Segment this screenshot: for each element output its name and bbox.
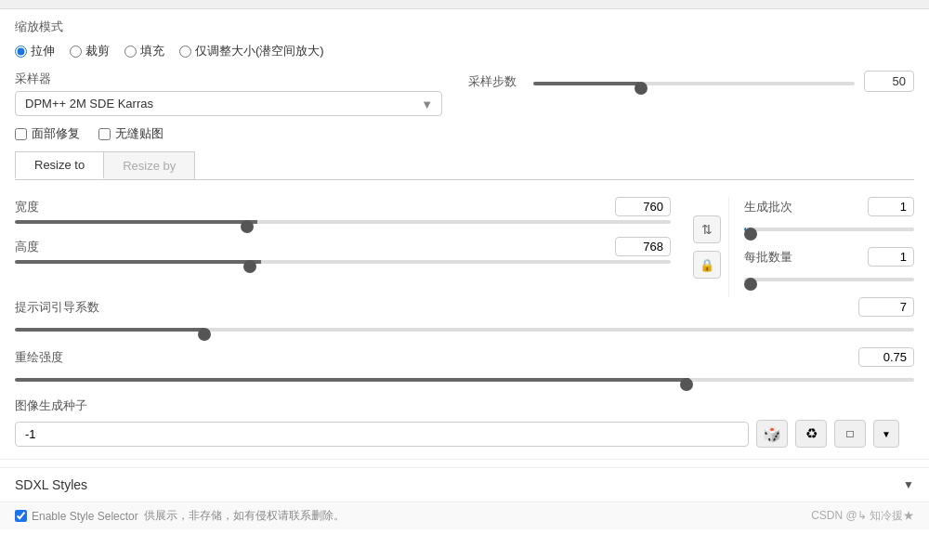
steps-value: 50 xyxy=(864,71,914,92)
scaling-mode-radio-group: 拉伸 裁剪 填充 仅调整大小(潜空间放大) xyxy=(15,43,914,59)
bottom-bar: Enable Style Selector 供展示，非存储，如有侵权请联系删除。… xyxy=(0,501,929,529)
batch-count-value[interactable] xyxy=(868,197,914,216)
radio-fill-input[interactable] xyxy=(124,46,137,58)
main-container: 缩放模式 拉伸 裁剪 填充 仅调整大小(潜空间放大) 采样器 xyxy=(0,0,929,560)
radio-resize-only-label: 仅调整大小(潜空间放大) xyxy=(195,43,324,59)
denoising-header: 重绘强度 xyxy=(15,347,914,367)
extra-seed-button[interactable]: □ xyxy=(834,420,866,448)
radio-resize-only[interactable]: 仅调整大小(潜空间放大) xyxy=(179,43,324,59)
left-panel: 宽度 高度 xyxy=(15,197,686,297)
seed-row: 🎲 ♻ □ ▼ xyxy=(15,420,914,448)
tab-resize-by[interactable]: Resize by xyxy=(103,151,195,179)
batch-size-value[interactable] xyxy=(868,247,914,267)
height-label: 高度 xyxy=(15,239,39,255)
cfg-scale-header: 提示词引导系数 xyxy=(15,297,914,317)
seamless-tiling-checkbox[interactable]: 无缝贴图 xyxy=(98,125,164,142)
width-slider[interactable] xyxy=(15,220,671,224)
swap-button[interactable]: ⇅ xyxy=(693,215,721,243)
face-restoration-checkbox[interactable]: 面部修复 xyxy=(15,125,80,142)
radio-stretch-label: 拉伸 xyxy=(31,43,55,59)
steps-label: 采样步数 xyxy=(468,73,517,90)
denoising-label: 重绘强度 xyxy=(15,349,63,366)
radio-crop-label: 裁剪 xyxy=(85,43,110,59)
height-slider-row xyxy=(15,260,671,264)
denoising-value[interactable] xyxy=(858,347,914,367)
batch-count-slider[interactable] xyxy=(744,228,914,231)
sdxl-chevron-icon: ▼ xyxy=(903,478,914,491)
radio-fill-label: 填充 xyxy=(140,43,164,59)
width-slider-row xyxy=(15,220,671,224)
main-area: 宽度 高度 ⇅ xyxy=(0,197,929,297)
cfg-scale-value[interactable] xyxy=(858,297,914,317)
resize-tabs: Resize to Resize by xyxy=(15,151,914,180)
batch-size-header: 每批数量 xyxy=(744,247,914,267)
width-field: 宽度 xyxy=(15,197,671,224)
right-panel: 生成批次 每批数量 xyxy=(728,197,914,297)
batch-size-slider[interactable] xyxy=(744,278,914,281)
radio-fill[interactable]: 填充 xyxy=(124,43,164,59)
denoising-field: 重绘强度 xyxy=(0,347,929,384)
denoising-slider[interactable] xyxy=(15,378,914,382)
checkbox-row: 面部修复 无缝贴图 xyxy=(15,125,914,142)
recycle-button[interactable]: ♻ xyxy=(795,420,827,448)
scaling-mode-label: 缩放模式 xyxy=(15,19,914,35)
divider xyxy=(0,459,929,460)
lock-aspect-button[interactable]: 🔒 xyxy=(693,251,721,279)
seed-chevron-icon: ▼ xyxy=(882,429,891,439)
width-header: 宽度 xyxy=(15,197,671,216)
dice-icon: 🎲 xyxy=(763,425,781,443)
tab-resize-to[interactable]: Resize to xyxy=(15,151,104,179)
radio-stretch-input[interactable] xyxy=(15,46,27,58)
batch-count-header: 生成批次 xyxy=(744,197,914,216)
cfg-scale-field: 提示词引导系数 xyxy=(0,297,929,334)
seed-dropdown-button[interactable]: ▼ xyxy=(873,420,899,448)
copyright-text: CSDN @↳ 知冷援★ xyxy=(811,508,914,524)
swap-lock-col: ⇅ 🔒 xyxy=(686,197,728,297)
steps-col: 采样步数 50 xyxy=(468,71,914,92)
width-value[interactable] xyxy=(615,197,671,216)
sampler-steps-row: 采样器 DPM++ 2M SDE Karras Euler a Euler DP… xyxy=(15,71,914,116)
sdxl-label: SDXL Styles xyxy=(15,477,87,492)
cfg-scale-slider[interactable] xyxy=(15,328,914,332)
enable-style-selector-label[interactable]: Enable Style Selector xyxy=(15,510,138,523)
bottom-description: 供展示，非存储，如有侵权请联系删除。 xyxy=(144,508,345,524)
enable-style-selector-checkbox[interactable] xyxy=(15,510,27,522)
recycle-icon: ♻ xyxy=(805,425,818,442)
top-scrollbar[interactable] xyxy=(0,0,929,9)
extra-icon: □ xyxy=(846,427,853,440)
face-restoration-input[interactable] xyxy=(15,128,27,140)
sdxl-styles-row[interactable]: SDXL Styles ▼ xyxy=(0,467,929,501)
batch-count-label: 生成批次 xyxy=(744,199,792,215)
dice-button[interactable]: 🎲 xyxy=(756,420,788,448)
seed-input[interactable] xyxy=(15,422,749,447)
steps-slider-wrap xyxy=(533,74,855,88)
height-slider[interactable] xyxy=(15,260,671,264)
batch-count-field: 生成批次 xyxy=(744,197,914,234)
bottom-left: Enable Style Selector 供展示，非存储，如有侵权请联系删除。 xyxy=(15,508,345,524)
sampler-select[interactable]: DPM++ 2M SDE Karras Euler a Euler DPM++ … xyxy=(15,91,442,116)
radio-resize-only-input[interactable] xyxy=(179,46,191,58)
sampler-dropdown-wrap: DPM++ 2M SDE Karras Euler a Euler DPM++ … xyxy=(15,91,442,116)
seed-label: 图像生成种子 xyxy=(15,397,914,414)
height-field: 高度 xyxy=(15,237,671,264)
radio-crop-input[interactable] xyxy=(70,46,82,58)
seamless-tiling-label: 无缝贴图 xyxy=(115,125,164,142)
height-value[interactable] xyxy=(615,237,671,256)
seed-section: 图像生成种子 🎲 ♻ □ ▼ xyxy=(0,397,929,448)
steps-slider[interactable] xyxy=(533,82,855,85)
sampler-label: 采样器 xyxy=(15,71,453,87)
width-label: 宽度 xyxy=(15,199,39,215)
swap-icon: ⇅ xyxy=(701,222,713,237)
sampler-col: 采样器 DPM++ 2M SDE Karras Euler a Euler DP… xyxy=(15,71,453,116)
enable-style-selector-text: Enable Style Selector xyxy=(32,510,138,523)
radio-stretch[interactable]: 拉伸 xyxy=(15,43,55,59)
batch-size-field: 每批数量 xyxy=(744,247,914,284)
face-restoration-label: 面部修复 xyxy=(32,125,80,142)
radio-crop[interactable]: 裁剪 xyxy=(70,43,110,59)
cfg-scale-label: 提示词引导系数 xyxy=(15,299,99,316)
batch-size-label: 每批数量 xyxy=(744,249,792,266)
scaling-mode-section: 缩放模式 拉伸 裁剪 填充 仅调整大小(潜空间放大) 采样器 xyxy=(0,9,929,197)
lock-icon: 🔒 xyxy=(700,258,714,272)
steps-row: 采样步数 50 xyxy=(468,71,914,92)
seamless-tiling-input[interactable] xyxy=(98,128,111,140)
